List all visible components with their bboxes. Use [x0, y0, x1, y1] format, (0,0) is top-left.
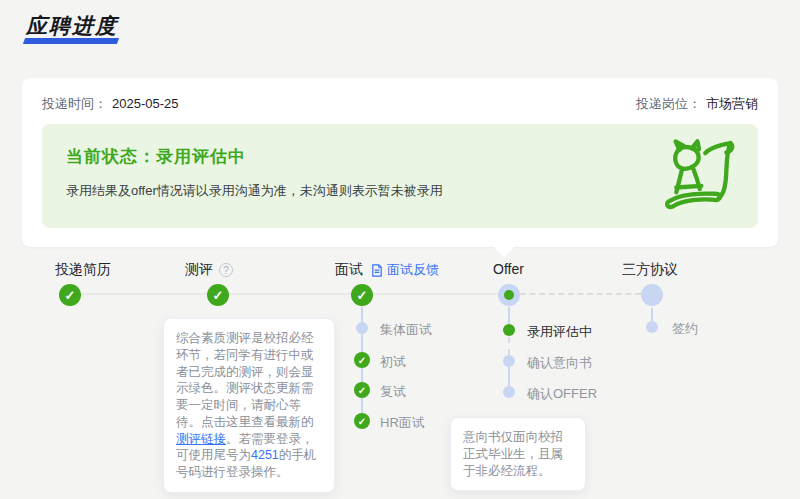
- status-title: 当前状态：录用评估中: [66, 145, 734, 168]
- timeline-segment-2: [229, 293, 351, 295]
- apply-time-value: 2025-05-25: [112, 96, 179, 111]
- substep-offer-evaluating-dot: [503, 324, 515, 336]
- substep-offer-evaluating-label: 录用评估中: [527, 323, 592, 341]
- page-title-text: 应聘进度: [26, 14, 118, 37]
- apply-time-label: 投递时间：: [42, 96, 107, 111]
- stage-agreement-text: 三方协议: [622, 261, 678, 279]
- stage-node-assessment-done: ✓: [207, 284, 229, 306]
- page-title: 应聘进度: [24, 12, 122, 43]
- substep-sign-label: 签约: [672, 320, 698, 338]
- stage-label-resume: 投递简历: [55, 261, 111, 279]
- card-meta-row: 投递时间：2025-05-25 投递岗位：市场营销: [22, 78, 778, 113]
- stage-resume-text: 投递简历: [55, 261, 111, 279]
- substep-intent-letter-label: 确认意向书: [527, 354, 592, 372]
- apply-position: 投递岗位：市场营销: [636, 95, 758, 113]
- apply-position-value: 市场营销: [706, 96, 758, 111]
- timeline-segment-1: [81, 293, 207, 295]
- stage-label-offer: Offer: [493, 261, 524, 277]
- substep-first-interview-check: ✓: [354, 352, 370, 368]
- application-progress-page: 应聘进度 投递时间：2025-05-25 投递岗位：市场营销 当前状态：录用评估…: [0, 0, 800, 499]
- stage-label-assessment: 测评 ?: [185, 261, 233, 279]
- scroll-doodle-icon: [656, 134, 742, 216]
- current-dot: [504, 290, 514, 300]
- interview-feedback-link[interactable]: 面试反馈: [371, 261, 439, 279]
- substep-intent-letter-dot: [503, 355, 515, 367]
- check-icon: ✓: [357, 288, 368, 303]
- application-card: 投递时间：2025-05-25 投递岗位：市场营销 当前状态：录用评估中 录用结…: [22, 78, 778, 247]
- stage-assessment-text: 测评: [185, 261, 213, 279]
- substep-group-interview-label: 集体面试: [380, 321, 432, 339]
- stage-node-agreement-pending: [641, 284, 663, 306]
- substep-first-interview-label: 初试: [380, 353, 406, 371]
- stage-node-offer-current: [498, 284, 520, 306]
- check-icon: ✓: [213, 288, 224, 303]
- timeline-segment-3: [373, 293, 498, 295]
- check-icon: ✓: [358, 385, 366, 396]
- offer-note-tooltip: 意向书仅面向校招正式毕业生，且属于非必经流程。: [450, 417, 586, 491]
- assessment-tooltip-text-1: 综合素质测评是校招必经环节，若同学有进行中或者已完成的测评，则会显示绿色。测评状…: [176, 331, 314, 429]
- document-icon: [371, 264, 383, 277]
- phone-tail-number: 4251: [251, 448, 279, 462]
- substep-hr-interview-label: HR面试: [380, 414, 425, 432]
- help-icon[interactable]: ?: [219, 263, 233, 277]
- agreement-connector: [651, 308, 653, 321]
- check-icon: ✓: [358, 416, 366, 427]
- substep-confirm-offer-label: 确认OFFER: [527, 385, 597, 403]
- apply-position-label: 投递岗位：: [636, 96, 701, 111]
- offer-connector-1: [508, 307, 510, 324]
- check-icon: ✓: [65, 288, 76, 303]
- assessment-link[interactable]: 测评链接: [176, 432, 226, 446]
- card-notch: [493, 246, 515, 258]
- substep-confirm-offer-dot: [503, 386, 515, 398]
- stage-node-interview-done: ✓: [351, 284, 373, 306]
- substep-second-interview-label: 复试: [380, 383, 406, 401]
- stage-label-interview: 面试 面试反馈: [335, 261, 439, 279]
- offer-connector-3: [508, 367, 510, 386]
- assessment-tooltip: 综合素质测评是校招必经环节，若同学有进行中或者已完成的测评，则会显示绿色。测评状…: [163, 318, 335, 493]
- stage-interview-text: 面试: [335, 261, 363, 279]
- status-desc: 录用结果及offer情况请以录用沟通为准，未沟通则表示暂未被录用: [66, 182, 734, 200]
- offer-note-text: 意向书仅面向校招正式毕业生，且属于非必经流程。: [463, 430, 563, 478]
- stage-node-resume-done: ✓: [59, 284, 81, 306]
- timeline-segment-4: [520, 293, 641, 295]
- substep-group-interview-dot: [356, 322, 368, 334]
- status-banner: 当前状态：录用评估中 录用结果及offer情况请以录用沟通为准，未沟通则表示暂未…: [42, 124, 758, 228]
- stage-offer-text: Offer: [493, 261, 524, 277]
- substep-sign-dot: [646, 321, 658, 333]
- apply-time: 投递时间：2025-05-25: [42, 95, 179, 113]
- offer-connector-2: [508, 337, 510, 355]
- substep-second-interview-check: ✓: [354, 382, 370, 398]
- substep-hr-interview-check: ✓: [354, 413, 370, 429]
- check-icon: ✓: [358, 355, 366, 366]
- interview-feedback-text: 面试反馈: [387, 261, 439, 279]
- stage-label-agreement: 三方协议: [622, 261, 678, 279]
